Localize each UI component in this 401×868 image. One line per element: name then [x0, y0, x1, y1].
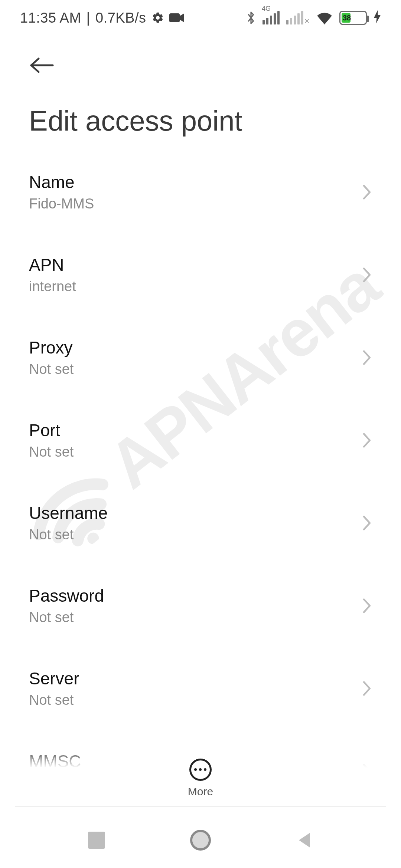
status-right: 4G ✕ 38: [246, 10, 381, 26]
row-label: Proxy: [29, 338, 350, 358]
signal-sim2: ✕: [286, 11, 310, 24]
chevron-right-icon: [362, 680, 372, 697]
status-net-speed: 0.7KB/s: [95, 10, 146, 26]
gear-icon: [151, 11, 164, 24]
bottom-action-bar: More: [0, 750, 401, 806]
row-value: Not set: [29, 361, 350, 377]
row-username[interactable]: Username Not set: [29, 487, 372, 559]
arrow-left-icon: [29, 56, 55, 74]
row-value: internet: [29, 279, 350, 295]
nav-home-button[interactable]: [182, 822, 219, 859]
row-label: Name: [29, 172, 350, 192]
signal-4g-label: 4G: [262, 5, 271, 12]
battery-percent: 38: [343, 14, 351, 22]
more-icon: [189, 759, 212, 781]
camera-icon: [169, 13, 184, 23]
row-name[interactable]: Name Fido-MMS: [29, 156, 372, 228]
chevron-right-icon: [362, 432, 372, 448]
signal-sim1: 4G: [263, 11, 280, 24]
row-value: Not set: [29, 444, 350, 460]
battery-indicator: 38: [339, 11, 367, 25]
status-bar: 11:35 AM | 0.7KB/s 4G ✕: [0, 0, 401, 36]
status-left: 11:35 AM | 0.7KB/s: [20, 10, 184, 26]
back-button[interactable]: [29, 50, 59, 80]
row-value: Fido-MMS: [29, 196, 350, 212]
circle-icon: [190, 830, 211, 851]
triangle-left-icon: [295, 831, 314, 849]
square-icon: [88, 832, 105, 849]
header: Edit access point: [0, 36, 401, 137]
page-title: Edit access point: [29, 105, 372, 137]
row-label: Username: [29, 503, 350, 523]
row-label: Server: [29, 668, 350, 688]
system-nav-bar: [0, 812, 401, 868]
chevron-right-icon: [362, 184, 372, 200]
bluetooth-icon: [246, 10, 256, 25]
row-server[interactable]: Server Not set: [29, 652, 372, 724]
more-button[interactable]: More: [188, 759, 213, 798]
row-value: Not set: [29, 609, 350, 625]
chevron-right-icon: [362, 598, 372, 614]
more-label: More: [188, 785, 213, 798]
wifi-icon: [316, 11, 333, 24]
row-password[interactable]: Password Not set: [29, 569, 372, 642]
chevron-right-icon: [362, 515, 372, 531]
signal-disabled-icon: ✕: [304, 18, 310, 24]
row-value: Not set: [29, 527, 350, 543]
row-apn[interactable]: APN internet: [29, 239, 372, 311]
bottom-divider: [15, 806, 386, 807]
row-label: Port: [29, 420, 350, 440]
row-proxy[interactable]: Proxy Not set: [29, 321, 372, 394]
row-label: Password: [29, 586, 350, 606]
svg-rect-0: [169, 13, 180, 22]
chevron-right-icon: [362, 267, 372, 283]
row-label: APN: [29, 255, 350, 275]
row-port[interactable]: Port Not set: [29, 404, 372, 476]
charging-icon: [374, 10, 381, 26]
nav-recent-button[interactable]: [78, 822, 115, 859]
status-separator: |: [87, 10, 90, 26]
row-value: Not set: [29, 692, 350, 708]
nav-back-button[interactable]: [286, 822, 323, 859]
settings-list: Name Fido-MMS APN internet Proxy Not set…: [0, 156, 401, 768]
chevron-right-icon: [362, 349, 372, 366]
status-time: 11:35 AM: [20, 10, 81, 26]
